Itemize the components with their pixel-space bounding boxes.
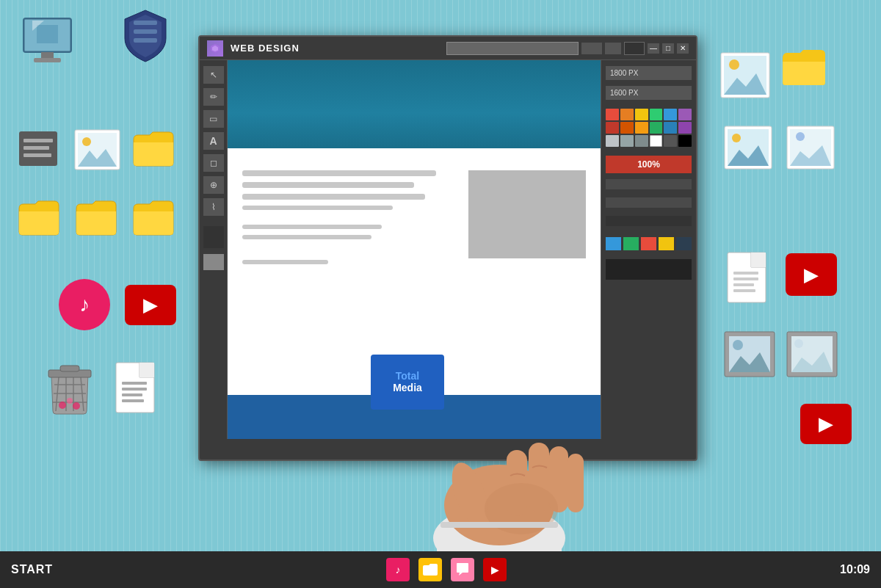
music-icon[interactable]: ♪ — [59, 279, 110, 330]
swatch-yellow[interactable] — [659, 237, 674, 250]
svg-point-16 — [82, 137, 91, 146]
folder-icon-1[interactable] — [131, 128, 176, 168]
swatch-blue[interactable] — [606, 237, 621, 250]
folder-icon-2[interactable] — [16, 197, 62, 237]
folder-icon-4[interactable] — [131, 197, 176, 237]
photo-icon-3[interactable] — [723, 125, 773, 170]
color-darkpurple[interactable] — [678, 122, 692, 134]
color-darkgreen[interactable] — [650, 122, 663, 134]
card-total: Total — [396, 370, 419, 382]
taskbar-music-icon[interactable]: ♪ — [386, 558, 410, 581]
color-blue[interactable] — [664, 109, 677, 120]
height-input[interactable]: 1600 PX — [606, 86, 692, 100]
youtube-icon-2[interactable]: ▶ — [786, 253, 837, 296]
photo-icon-1[interactable] — [73, 128, 121, 171]
window-title-icon — [207, 40, 223, 57]
select-tool[interactable]: ↖ — [203, 66, 224, 84]
canvas-body — [228, 148, 601, 285]
document-icon-1[interactable] — [112, 360, 162, 418]
list-icon[interactable] — [16, 128, 60, 169]
color-black[interactable] — [678, 135, 692, 147]
folder-icon-3[interactable] — [73, 197, 119, 237]
right-panel: 1800 PX 1600 PX — [601, 60, 696, 439]
svg-rect-12 — [23, 153, 51, 157]
taskbar-play-icon[interactable]: ▶ — [483, 558, 507, 581]
desktop: ♪ ▶ — [0, 0, 881, 588]
svg-rect-50 — [751, 253, 766, 267]
svg-point-62 — [794, 339, 803, 348]
slide-icon-1[interactable] — [723, 330, 776, 378]
brush-tool[interactable]: ⌇ — [203, 198, 224, 216]
swatch-red[interactable] — [641, 237, 656, 250]
swatch-dark[interactable] — [676, 237, 692, 250]
fill-tool[interactable] — [203, 226, 224, 248]
color-darkblue[interactable] — [664, 122, 677, 134]
photo-icon-2[interactable] — [719, 51, 771, 99]
text-line-1 — [242, 170, 436, 176]
color-green[interactable] — [650, 109, 663, 120]
minimize-button[interactable]: — — [648, 43, 659, 54]
text-line-4 — [242, 206, 393, 210]
width-input[interactable]: 1800 PX — [606, 66, 692, 80]
shape-tool[interactable]: ◻ — [203, 154, 224, 172]
maximize-button[interactable]: □ — [662, 43, 674, 54]
taskbar-start-button[interactable]: START — [11, 563, 53, 576]
shield-icon[interactable] — [119, 7, 172, 66]
folder-icon-right-1[interactable] — [780, 46, 827, 88]
monitor-icon[interactable] — [16, 15, 79, 68]
svg-rect-8 — [134, 21, 157, 25]
color-gray[interactable] — [620, 135, 634, 147]
taskbar-clock: 10:09 — [840, 563, 870, 576]
prop-row-2 — [606, 197, 692, 208]
taskbar-play-symbol: ▶ — [491, 564, 499, 576]
canvas-area: HOME NEWS CONTACT — [228, 60, 601, 439]
svg-rect-52 — [733, 277, 758, 280]
color-darkred[interactable] — [606, 122, 619, 134]
color-red[interactable] — [606, 109, 619, 120]
tools-panel: ↖ ✏ ▭ A ◻ ⊕ ⌇ — [200, 60, 228, 439]
window-content: ↖ ✏ ▭ A ◻ ⊕ ⌇ HOME NEWS CONTACT — [200, 60, 696, 439]
svg-rect-54 — [733, 289, 755, 292]
pen-tool[interactable]: ✏ — [203, 88, 224, 106]
card-media: Media — [393, 382, 422, 393]
taskbar-chat-icon[interactable] — [451, 558, 474, 581]
color-orange[interactable] — [620, 109, 634, 120]
zoom-tool[interactable]: ⊕ — [203, 176, 224, 194]
document-icon-right[interactable] — [723, 250, 773, 307]
svg-rect-7 — [134, 38, 157, 43]
play-symbol-3: ▶ — [819, 413, 833, 435]
close-button[interactable]: ✕ — [677, 43, 689, 54]
color-darkorange[interactable] — [620, 122, 634, 134]
svg-point-27 — [67, 398, 73, 404]
color-purple[interactable] — [678, 109, 692, 120]
photo-icon-4[interactable] — [786, 125, 835, 170]
text-line-5 — [242, 225, 382, 229]
color-yellow[interactable] — [635, 109, 648, 120]
svg-rect-71 — [568, 454, 584, 512]
svg-rect-31 — [139, 363, 154, 377]
trash-icon[interactable] — [44, 360, 95, 418]
color-gold[interactable] — [635, 122, 648, 134]
canvas-banner — [228, 60, 601, 148]
youtube-icon-3[interactable]: ▶ — [800, 404, 852, 444]
color-charcoal[interactable] — [664, 135, 677, 147]
svg-rect-5 — [34, 58, 61, 62]
color-lightgray[interactable] — [606, 135, 619, 147]
slide-icon-2[interactable] — [786, 330, 838, 378]
color-darkgray[interactable] — [635, 135, 648, 147]
fill-tool-2[interactable] — [203, 254, 224, 270]
search-bar[interactable] — [446, 42, 579, 55]
taskbar-folder-icon[interactable] — [418, 558, 442, 581]
swatch-green[interactable] — [623, 237, 639, 250]
color-white[interactable] — [650, 135, 663, 147]
svg-rect-66 — [437, 523, 562, 553]
youtube-icon-1[interactable]: ▶ — [125, 285, 176, 325]
zoom-display[interactable]: 100% — [606, 156, 692, 173]
text-line-6 — [242, 235, 371, 239]
text-tool[interactable]: A — [203, 132, 224, 150]
text-line-2 — [242, 182, 414, 188]
svg-rect-10 — [23, 139, 53, 142]
svg-point-39 — [729, 59, 739, 70]
rect-tool[interactable]: ▭ — [203, 110, 224, 128]
chat-svg — [455, 562, 470, 577]
